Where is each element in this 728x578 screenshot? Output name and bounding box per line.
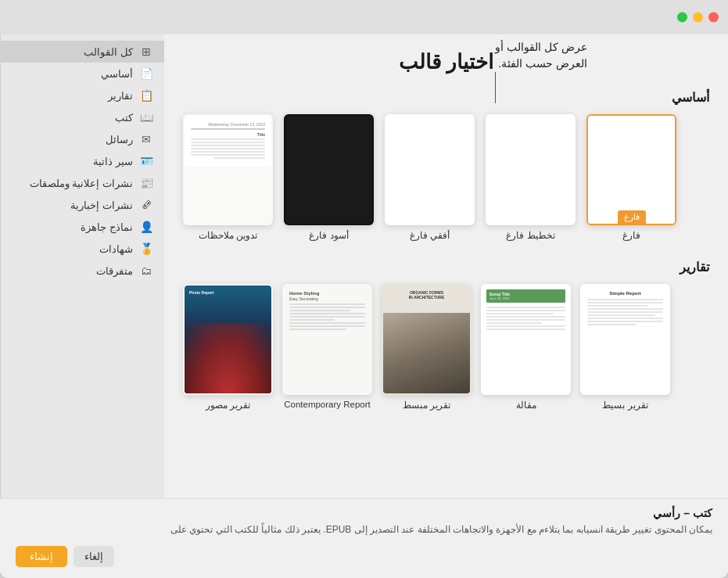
create-button[interactable]: إنشاء — [16, 546, 67, 567]
template-blank-selected[interactable]: فارغ فارغ — [586, 114, 676, 241]
template-dark-blank[interactable]: أسود فارغ — [284, 114, 374, 241]
footer-buttons: إنشاء إلغاء — [16, 546, 712, 567]
template-thumb-contemporary[interactable]: Home Styling Easy Decorating — [282, 284, 372, 395]
template-thumb-notes[interactable]: Wednesday, December 13, 2023 Title — [183, 114, 273, 225]
report-icon: 📋 — [139, 89, 153, 102]
template-thumb-layout[interactable] — [486, 114, 576, 225]
template-contemporary[interactable]: Home Styling Easy Decorating — [282, 284, 372, 411]
news-icon: 🗞 — [139, 199, 153, 211]
section-reports-title: تقارير — [183, 260, 709, 275]
sidebar-item-bio[interactable]: 🪪 سير ذاتية — [1, 150, 164, 172]
titlebar — [0, 0, 728, 34]
main-layout: ⊞ كل القوالب 📄 أساسي 📋 تقارير 📖 كتب ✉ رس… — [0, 34, 728, 498]
dark-preview — [285, 116, 372, 224]
sidebar-item-ready[interactable]: 👤 نماذج جاهزة — [1, 216, 164, 238]
template-thumb-architecture[interactable]: ORGANIC FORMSIN ARCHITECTURE — [382, 284, 472, 395]
page-title: اختيار قالب — [183, 50, 709, 74]
template-thumb-photo-report[interactable]: Photo Report Author Name · April 2024 — [183, 284, 273, 395]
reports-template-grid: Photo Report Author Name · April 2024 تق… — [183, 284, 709, 411]
template-thumb-simple-report[interactable]: Simple Report — [580, 284, 670, 395]
template-essay[interactable]: Essay Title June 28, 2024 مقالة — [481, 284, 571, 411]
medal-icon: 🏅 — [139, 242, 153, 255]
footer-section-label: كتب – رأسي — [16, 507, 712, 519]
template-label-blank: فارغ — [622, 230, 640, 241]
flyer-icon: 📰 — [139, 177, 153, 189]
book-icon: 📖 — [139, 111, 153, 124]
template-label-notes: تدوين ملاحظات — [199, 230, 257, 241]
maximize-button[interactable] — [677, 13, 687, 23]
sidebar-item-all[interactable]: ⊞ كل القوالب — [1, 41, 164, 63]
sidebar-item-flyers[interactable]: 📰 نشرات إعلانية وملصقات — [1, 172, 164, 194]
photo-report-preview: Photo Report Author Name · April 2024 — [185, 285, 271, 393]
sidebar-item-basic[interactable]: 📄 أساسي — [1, 63, 164, 84]
cancel-button[interactable]: إلغاء — [74, 546, 114, 567]
folder-icon: 🗂 — [139, 264, 153, 277]
footer: كتب – رأسي يمكان المحتوى تغيير طريقة انس… — [0, 498, 728, 578]
contemporary-preview: Home Styling Easy Decorating — [284, 285, 371, 337]
template-label-horizontal: أفقي فارغ — [410, 230, 450, 241]
sidebar-item-books[interactable]: 📖 كتب — [1, 106, 164, 128]
main-window: عرض كل القوالب أو العرض حسب الفئة. ⊞ كل … — [0, 0, 728, 578]
template-notes[interactable]: Wednesday, December 13, 2023 Title — [183, 114, 273, 241]
tooltip-line — [495, 72, 496, 103]
layout-preview — [487, 116, 574, 224]
close-button[interactable] — [708, 13, 719, 23]
template-horizontal-blank[interactable]: أفقي فارغ — [385, 114, 475, 241]
template-label-architecture: تقرير مبسط — [403, 400, 450, 411]
sidebar-item-news[interactable]: 🗞 نشرات إخبارية — [1, 194, 164, 216]
minimize-button[interactable] — [693, 13, 703, 23]
sidebar-item-misc[interactable]: 🗂 متفرقات — [1, 260, 164, 282]
tooltip-text: عرض كل القوالب أو العرض حسب الفئة. — [495, 39, 587, 72]
content-area: اختيار قالب أساسي فارغ فارغ ت — [164, 34, 728, 498]
template-thumb-blank-selected[interactable]: فارغ — [586, 114, 676, 225]
blank-badge: فارغ — [618, 210, 646, 224]
sidebar: ⊞ كل القوالب 📄 أساسي 📋 تقارير 📖 كتب ✉ رس… — [0, 34, 164, 498]
template-label-photo-report: تقرير مصور — [206, 400, 250, 411]
template-label-dark: أسود فارغ — [309, 230, 348, 241]
horizontal-preview — [386, 116, 473, 224]
template-label-essay: مقالة — [516, 400, 536, 411]
sidebar-item-certificates[interactable]: 🏅 شهادات — [1, 238, 164, 260]
template-label-contemporary: Contemporary Report — [284, 400, 371, 409]
footer-description: يمكان المحتوى تغيير طريقة انسيابه بما يت… — [16, 522, 712, 537]
section-basic-title: أساسي — [183, 90, 709, 105]
template-label-simple-report: تقرير بسيط — [602, 400, 647, 411]
bio-icon: 🪪 — [139, 155, 153, 167]
blank-preview — [588, 116, 675, 224]
basic-template-grid: فارغ فارغ تخطيط فارغ أفقي فارغ — [183, 114, 709, 241]
footer-content: كتب – رأسي يمكان المحتوى تغيير طريقة انس… — [16, 507, 712, 546]
template-thumb-horizontal[interactable] — [385, 114, 475, 225]
template-photo-report[interactable]: Photo Report Author Name · April 2024 تق… — [183, 284, 273, 411]
tooltip: عرض كل القوالب أو العرض حسب الفئة. — [495, 39, 587, 103]
notes-preview: Wednesday, December 13, 2023 Title — [185, 116, 271, 167]
sidebar-item-letters[interactable]: ✉ رسائل — [1, 128, 164, 150]
template-architecture[interactable]: ORGANIC FORMSIN ARCHITECTURE تقرير مبسط — [382, 284, 472, 411]
grid-icon: ⊞ — [139, 45, 153, 58]
user-icon: 👤 — [139, 221, 153, 233]
template-simple-report[interactable]: Simple Report تقرير بسيط — [580, 284, 670, 411]
template-layout-blank[interactable]: تخطيط فارغ — [486, 114, 576, 241]
template-thumb-essay[interactable]: Essay Title June 28, 2024 — [481, 284, 571, 395]
sidebar-item-reports[interactable]: 📋 تقارير — [1, 84, 164, 106]
template-thumb-dark[interactable] — [284, 114, 374, 225]
letter-icon: ✉ — [139, 133, 153, 145]
window-controls — [677, 13, 719, 23]
template-label-layout: تخطيط فارغ — [506, 230, 554, 241]
doc-icon: 📄 — [139, 67, 153, 80]
